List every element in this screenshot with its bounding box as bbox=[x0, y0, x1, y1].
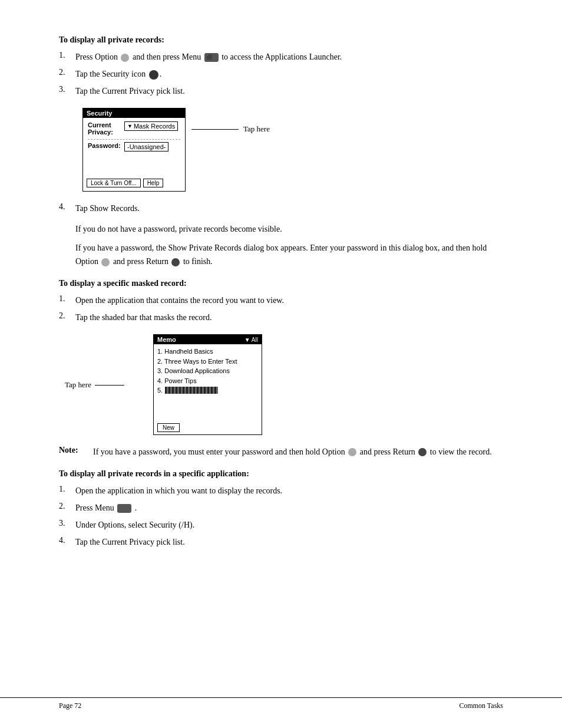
menu-icon: ⬛ bbox=[204, 53, 219, 62]
section2: To display a specific masked record: 1. … bbox=[59, 279, 503, 435]
memo-dialog: Memo ▼ All 1. Handheld Basics 2. Three W… bbox=[153, 334, 262, 435]
section2-steps: 1. Open the application that contains th… bbox=[59, 294, 503, 324]
step4-num: 4. bbox=[59, 202, 75, 212]
step1-text: Press Option and then press Menu ⬛ to ac… bbox=[75, 51, 503, 63]
step3-text: Tap the Current Privacy pick list. bbox=[75, 85, 503, 97]
dialog-divider bbox=[88, 139, 180, 140]
option-icon2 bbox=[101, 258, 110, 266]
section3-step2-text: Press Menu . bbox=[75, 502, 503, 514]
section1-steps: 1. Press Option and then press Menu ⬛ to… bbox=[59, 51, 503, 97]
step2: 2. Tap the Security icon . bbox=[59, 68, 503, 80]
security-dialog-body: CurrentPrivacy: ▼ Mask Records Password:… bbox=[83, 118, 185, 159]
dropdown-arrow: ▼ bbox=[127, 123, 133, 129]
lock-turn-off-btn[interactable]: Lock & Turn Off... bbox=[87, 179, 141, 187]
step2-num: 2. bbox=[59, 68, 75, 77]
memo-spacer bbox=[154, 398, 262, 421]
section3-heading: To display all private records in a spec… bbox=[59, 469, 503, 479]
password-value: -Unassigned- bbox=[124, 142, 168, 151]
current-privacy-label: CurrentPrivacy: bbox=[88, 121, 122, 136]
option-icon bbox=[121, 54, 129, 62]
memo-title-bar: Memo ▼ All bbox=[154, 335, 262, 344]
section2-step1-num: 1. bbox=[59, 294, 75, 304]
return-icon bbox=[171, 258, 180, 266]
step3-num: 3. bbox=[59, 85, 75, 94]
section3-step3: 3. Under Options, select Security (/H). bbox=[59, 519, 503, 531]
memo-item-3: 3. Download Applications bbox=[157, 366, 258, 376]
tap-here-annotation: Tap here bbox=[191, 124, 270, 134]
section3-steps: 1. Open the application in which you wan… bbox=[59, 485, 503, 548]
indent-text1: If you do not have a password, private r… bbox=[75, 223, 503, 236]
tap-here-left-line bbox=[95, 385, 124, 386]
tap-here-left-label: Tap here bbox=[65, 380, 91, 390]
masked-bar bbox=[165, 387, 218, 394]
security-icon-inline bbox=[149, 70, 158, 80]
section1-heading: To display all private records: bbox=[59, 35, 503, 45]
security-dialog-title: Security bbox=[83, 108, 185, 118]
step3: 3. Tap the Current Privacy pick list. bbox=[59, 85, 503, 97]
security-diagram: Security CurrentPrivacy: ▼ Mask Records … bbox=[82, 108, 306, 192]
step1: 1. Press Option and then press Menu ⬛ to… bbox=[59, 51, 503, 63]
indent-text2: If you have a password, the Show Private… bbox=[75, 242, 503, 268]
step1-num: 1. bbox=[59, 51, 75, 60]
page-number: Page 72 bbox=[59, 701, 81, 710]
memo-item-5: 5. bbox=[157, 386, 258, 396]
return-icon2 bbox=[418, 448, 427, 456]
section3-step2-num: 2. bbox=[59, 502, 75, 511]
memo-item-4: 4. Power Tips bbox=[157, 376, 258, 386]
step4-text: Tap Show Records. bbox=[75, 202, 503, 215]
dialog-footer: Lock & Turn Off... Help bbox=[83, 176, 185, 191]
current-privacy-row: CurrentPrivacy: ▼ Mask Records bbox=[88, 121, 180, 136]
tap-here-label: Tap here bbox=[243, 124, 270, 134]
memo-title: Memo bbox=[157, 336, 176, 343]
section3-step1-text: Open the application in which you want t… bbox=[75, 485, 503, 497]
tap-here-left-annotation: Tap here bbox=[65, 380, 124, 390]
current-privacy-value: ▼ Mask Records bbox=[124, 121, 178, 131]
section2-step2-num: 2. bbox=[59, 311, 75, 321]
section3-step4-text: Tap the Current Privacy pick list. bbox=[75, 536, 503, 548]
step2-text: Tap the Security icon . bbox=[75, 68, 503, 80]
section2-step2: 2. Tap the shaded bar that masks the rec… bbox=[59, 311, 503, 324]
memo-diagram: Tap here Memo ▼ All 1. Handheld Basics 2… bbox=[118, 334, 271, 435]
new-btn[interactable]: New bbox=[157, 423, 180, 432]
section1: To display all private records: 1. Press… bbox=[59, 35, 503, 268]
section3-step3-num: 3. bbox=[59, 519, 75, 528]
footer-title: Common Tasks bbox=[459, 701, 503, 710]
section3-step1-num: 1. bbox=[59, 485, 75, 494]
note-label: Note: bbox=[59, 446, 88, 459]
section3-step1: 1. Open the application in which you wan… bbox=[59, 485, 503, 497]
section3-step3-text: Under Options, select Security (/H). bbox=[75, 519, 503, 531]
section2-step2-text: Tap the shaded bar that masks the record… bbox=[75, 311, 503, 324]
step4: 4. Tap Show Records. bbox=[59, 202, 503, 215]
help-btn[interactable]: Help bbox=[143, 179, 164, 187]
option-icon3 bbox=[348, 448, 356, 456]
security-dialog: Security CurrentPrivacy: ▼ Mask Records … bbox=[82, 108, 186, 192]
note-text: If you have a password, you must enter y… bbox=[93, 446, 503, 459]
memo-item-2: 2. Three Ways to Enter Text bbox=[157, 357, 258, 367]
section2-heading: To display a specific masked record: bbox=[59, 279, 503, 288]
tap-here-line bbox=[191, 129, 239, 130]
section3-step4: 4. Tap the Current Privacy pick list. bbox=[59, 536, 503, 548]
section2-step1: 1. Open the application that contains th… bbox=[59, 294, 503, 307]
memo-footer: New bbox=[154, 421, 262, 434]
memo-item-1: 1. Handheld Basics bbox=[157, 347, 258, 357]
section3-step4-num: 4. bbox=[59, 536, 75, 545]
step4-list: 4. Tap Show Records. bbox=[59, 202, 503, 215]
section3-step2: 2. Press Menu . bbox=[59, 502, 503, 514]
note-block: Note: If you have a password, you must e… bbox=[59, 446, 503, 459]
password-label: Password: bbox=[88, 142, 122, 149]
section2-step1-text: Open the application that contains the r… bbox=[75, 294, 503, 307]
memo-filter: ▼ All bbox=[244, 337, 258, 343]
page-content: To display all private records: 1. Press… bbox=[0, 0, 562, 592]
section3: To display all private records in a spec… bbox=[59, 469, 503, 548]
page-footer: Page 72 Common Tasks bbox=[0, 697, 562, 710]
memo-list: 1. Handheld Basics 2. Three Ways to Ente… bbox=[154, 344, 262, 398]
menu-icon2 bbox=[117, 504, 131, 513]
password-row: Password: -Unassigned- bbox=[88, 142, 180, 151]
